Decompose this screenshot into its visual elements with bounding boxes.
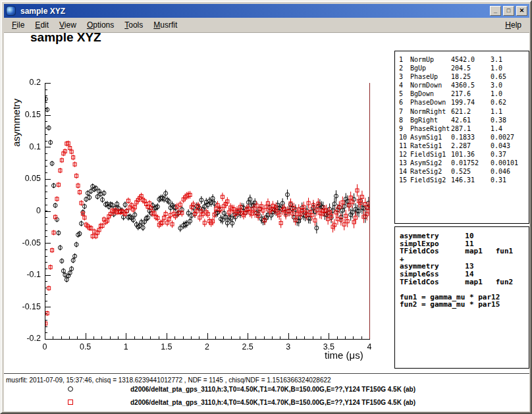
parameter-row: 6PhaseDown199.740.62 [399,98,529,107]
menu-help[interactable]: Help [500,18,527,32]
parameter-table: 1NormUp4542.03.12BgUp204.51.03PhaseUp18.… [394,51,529,224]
window-title: sample XYZ [20,7,488,16]
fit-status-line: musrfit: 2011-07-09, 15:37:46, chisq = 1… [6,376,331,384]
title-bar: sample XYZ _ □ ✕ [4,4,529,18]
parameter-row: 2BgUp204.51.0 [399,64,529,72]
menu-musrfit[interactable]: Musrfit [148,18,182,32]
legend-square-marker-icon [68,400,73,405]
menu-file[interactable]: File [7,18,30,32]
parameter-row: 11RateSig12.2870.043 [399,142,529,150]
legend-circle-marker-icon [68,386,73,392]
menu-tools[interactable]: Tools [119,18,148,32]
parameter-row: 1NormUp4542.03.1 [399,55,529,64]
parameter-row: 12FieldSig1101.360.37 [399,150,529,159]
theory-block: asymmetry 10 simplExpo 11 TFieldCos map1… [394,226,529,369]
app-icon[interactable] [6,6,16,16]
parameter-row: 7NormRight621.21.1 [399,107,529,116]
plot-canvas[interactable] [13,71,386,365]
maximize-button[interactable]: □ [503,6,514,16]
parameter-row: 8BgRight42.610.38 [399,116,529,124]
menu-edit[interactable]: Edit [30,18,54,32]
legend-label-run2: d2006/deltat_pta_gps_3110,h:4,T0=4.50K,T… [130,399,415,406]
status-divider [4,373,529,374]
menu-options[interactable]: Options [82,18,119,32]
parameter-row: 5BgDown217.61.0 [399,90,529,98]
legend-label-run1: d2006/deltat_pta_gps_3110,h:3,T0=4.50K,T… [130,386,415,393]
parameter-row: 10AsymSig10.18330.0027 [399,133,529,142]
x-axis-label: time (μs) [325,349,363,361]
menu-view[interactable]: View [54,18,82,32]
parameter-row: 15FieldSig2146.310.31 [399,176,529,184]
parameter-row: 14RateSig20.5250.046 [399,167,529,176]
parameter-row: 3PhaseUp18.250.65 [399,72,529,81]
app-window: sample XYZ _ □ ✕ File Edit View Options … [0,0,532,414]
parameter-row: 9PhaseRight287.11.4 [399,124,529,133]
close-button[interactable]: ✕ [516,6,527,16]
plot-title: sample XYZ [30,30,101,45]
parameter-row: 13AsymSig20.017520.00101 [399,159,529,167]
parameter-row: 4NormDown4360.53.0 [399,81,529,90]
minimize-button[interactable]: _ [490,6,501,16]
